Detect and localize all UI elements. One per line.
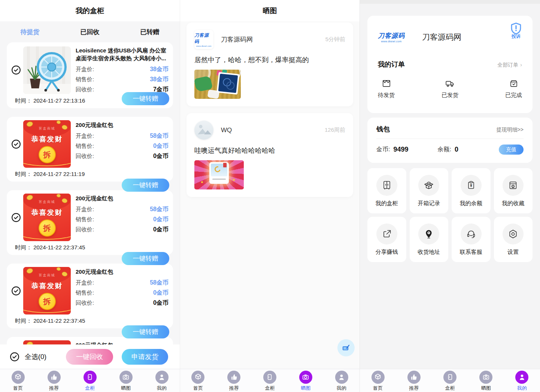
nav-item-profile[interactable]: 我的 [324, 369, 360, 392]
nav-item-recommend[interactable]: 推荐 [396, 369, 432, 392]
nav-item-recommend[interactable]: 推荐 [36, 369, 72, 392]
red-packet-greeting: 恭喜发财 [23, 281, 71, 291]
grid-item-unbox-records[interactable]: 开箱记录 [410, 168, 449, 213]
avatar: 刀客源码 www.dkewl.com [194, 30, 213, 49]
transfer-button[interactable]: 一键转赠 [122, 179, 169, 192]
box-check-icon [509, 79, 519, 88]
nav-item-photos[interactable]: 晒图 [468, 369, 504, 392]
nav-item-cabinet[interactable]: 盒柜 [252, 369, 288, 392]
nav-label: 推荐 [49, 385, 59, 392]
nav-item-home[interactable]: 首页 [180, 369, 216, 392]
tab-transferred[interactable]: 已转赠 [120, 28, 180, 36]
package-icon [382, 79, 391, 88]
grid-item-my-favorites[interactable]: 我的收藏 [494, 168, 533, 213]
yuan-clipboard-icon [461, 175, 482, 196]
cabinet-icon [376, 175, 397, 196]
nav-item-photos[interactable]: 晒图 [108, 369, 144, 392]
request-shipping-button[interactable]: 申请发货 [122, 349, 168, 365]
username: 刀客源码网 [422, 32, 461, 42]
panel-photo-feed: 晒图 刀客源码 www.dkewl.com 刀客源码网 5分钟前 居然中了，哈哈… [180, 0, 360, 392]
order-status-label: 已发货 [442, 92, 458, 99]
grid-item-share-earn[interactable]: 分享赚钱 [367, 217, 406, 262]
grid-item-settings[interactable]: 设置 [494, 217, 533, 262]
grid-item-contact-support[interactable]: 联系客服 [452, 217, 491, 262]
grid-item-my-cabinet[interactable]: 我的盒柜 [367, 168, 406, 213]
item-checkbox[interactable] [11, 65, 21, 75]
all-orders-link[interactable]: 全部订单› [497, 62, 522, 69]
cabinet-action-bar: 全选(0) 一键回收 申请发货 [0, 344, 180, 369]
grid-item-shipping-address[interactable]: 收货地址 [410, 217, 449, 262]
complaint-label: 投诉 [512, 33, 521, 40]
grid-item-my-balance[interactable]: 我的余额 [452, 168, 491, 213]
cabinet-item-red-packet[interactable]: 盲盒商城 恭喜发财 拆 200元现金红包 开盒价:58金币 销售价:0金币 回收… [7, 190, 173, 255]
select-all-toggle[interactable]: 全选(0) [10, 352, 46, 362]
recharge-button[interactable]: 充值 [499, 145, 524, 155]
item-image-red-packet: 盲盒商城 恭喜发财 拆 [23, 267, 71, 314]
item-main-row: 盲盒商城 恭喜发财 拆 200元现金红包 开盒价:58金币 销售价:0金币 回收… [11, 120, 169, 168]
order-status-label: 待发货 [378, 92, 395, 99]
cabinet-item-fan[interactable]: Leoisilence 迷你USB小风扇 办公室桌面学生宿舍床头散热 大风制冷小… [7, 42, 173, 108]
cabinet-item-red-packet[interactable]: 盲盒商城 恭喜发财 拆 200元现金红包 开盒价:58金币 销售价:0金币 回收… [7, 264, 173, 328]
transfer-button[interactable]: 一键转赠 [122, 325, 169, 338]
post-time: 5分钟前 [325, 36, 345, 43]
nav-item-photos-active[interactable]: 晒图 [288, 369, 324, 392]
cabinet-item-red-packet[interactable]: 盲盒商城 恭喜发财 拆 200元现金红包 开盒价:58金币 销售价:0金币 回收… [7, 117, 173, 182]
item-image-fan [23, 46, 71, 94]
item-checkbox[interactable] [11, 213, 21, 222]
order-status-completed[interactable]: 已完成 [505, 79, 522, 99]
transfer-button[interactable]: 一键转赠 [122, 92, 169, 105]
order-status-shipped[interactable]: 已发货 [442, 79, 458, 99]
transfer-button[interactable]: 一键转赠 [122, 252, 169, 265]
sell-price-value: 38金币 [150, 74, 169, 84]
iphone-box-decor [216, 72, 239, 95]
item-checkbox[interactable] [11, 139, 21, 149]
location-pin-icon [418, 224, 439, 244]
sell-price-value: 0金币 [153, 141, 169, 151]
nav-item-profile-active[interactable]: 我的 [504, 369, 540, 392]
item-title: 200元现金红包 [76, 121, 169, 129]
nav-label: 盒柜 [85, 385, 95, 392]
nav-item-recommend[interactable]: 推荐 [216, 369, 252, 392]
headset-icon [461, 224, 482, 244]
recycle-all-button[interactable]: 一键回收 [66, 349, 113, 365]
nav-item-home[interactable]: 首页 [360, 369, 396, 392]
nav-label: 晒图 [481, 385, 491, 392]
tab-pending-pickup[interactable]: 待提货 [0, 28, 60, 36]
share-icon [376, 224, 397, 244]
post-content: 哇噢运气真好哈哈哈哈哈哈 [194, 146, 345, 155]
item-time: 时间： 2024-11-22 22:37:45 [15, 244, 169, 251]
order-status-pending-shipment[interactable]: 待发货 [378, 79, 395, 99]
nav-label: 推荐 [229, 385, 239, 392]
post-content: 居然中了，哈哈，想不到，爆率挺高的 [194, 55, 345, 64]
compose-post-button[interactable] [337, 339, 355, 356]
item-checkbox[interactable] [11, 286, 21, 296]
nav-label: 首页 [373, 385, 383, 392]
item-title: Leoisilence 迷你USB小风扇 办公室桌面学生宿舍床头散热 大风制冷小… [76, 46, 169, 62]
post-header: WQ 126周前 [194, 121, 345, 140]
nav-item-cabinet[interactable]: 盒柜 [432, 369, 468, 392]
order-status-label: 已完成 [505, 92, 522, 99]
grid-label: 设置 [507, 249, 519, 256]
coin-value: 9499 [393, 146, 408, 154]
nav-label: 首页 [13, 385, 23, 392]
gold-dot-decor [233, 179, 235, 181]
nav-label: 我的 [337, 385, 346, 392]
nav-item-cabinet-active[interactable]: 盒柜 [72, 369, 108, 392]
thumbs-up-icon [407, 371, 421, 384]
page-title: 我的盒柜 [0, 0, 180, 21]
open-box-icon [418, 175, 439, 196]
tab-recycled[interactable]: 已回收 [60, 28, 120, 36]
page-title: 晒图 [180, 0, 360, 21]
item-time: 时间： 2024-11-22 22:37:45 [15, 317, 169, 325]
nav-label: 盒柜 [265, 385, 274, 392]
home-icon [191, 371, 204, 384]
divider [376, 139, 524, 139]
withdraw-detail-link[interactable]: 提现明细>> [497, 127, 524, 133]
balance-label: 余额: [438, 146, 451, 154]
nav-item-profile[interactable]: 我的 [144, 369, 180, 392]
red-packet-greeting: 恭喜发财 [23, 208, 71, 218]
camera-icon [119, 371, 133, 384]
nav-item-home[interactable]: 首页 [0, 369, 36, 392]
complaint-button[interactable]: 投诉 [507, 21, 525, 40]
sell-price-value: 0金币 [153, 214, 169, 224]
